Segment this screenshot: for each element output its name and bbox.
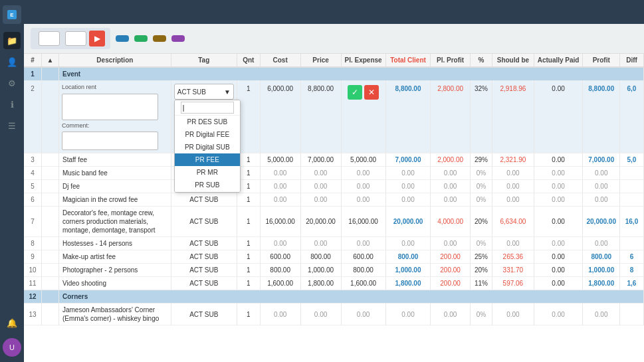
row-tag-cell[interactable]: ACT SUB ▼ PR DES SUB PR Digital FEE PR D…	[171, 81, 237, 153]
dropdown-item-prdes[interactable]: PR DES SUB	[175, 116, 240, 128]
table-row[interactable]: 6 Magician in the crowd fee ACT SUB 1 0.…	[24, 193, 644, 207]
row-flag	[41, 304, 58, 325]
row-profit: 0.00	[583, 180, 620, 193]
table-row[interactable]: 2 Location rent Comment: ACT SUB ▼	[24, 81, 644, 153]
row-num: 7	[24, 207, 41, 237]
row-pct: 29%	[470, 153, 492, 167]
row-diff	[619, 237, 643, 250]
row-should: 265.36	[492, 250, 534, 264]
row-diff	[619, 180, 643, 193]
new-row-button[interactable]	[134, 35, 148, 42]
table-row[interactable]: 11 Video shooting ACT SUB 1 1,600.00 1,8…	[24, 277, 644, 290]
table-row[interactable]: 3 Staff fee ACT SUB 1 5,000.00 7,000.00 …	[24, 153, 644, 167]
row-num: 13	[24, 304, 41, 325]
row-total: 0.00	[385, 180, 431, 193]
row-paid: 0.00	[534, 193, 583, 207]
confirm-button[interactable]: ✓	[348, 85, 362, 100]
tag-dropdown[interactable]: ACT SUB ▼ PR DES SUB PR Digital FEE PR D…	[174, 84, 234, 100]
svg-text:E: E	[10, 12, 14, 18]
row-price: 0.00	[300, 237, 341, 250]
row-qnt: 1	[237, 237, 260, 250]
table-row[interactable]: 12 Corners	[24, 290, 644, 304]
table-row[interactable]: 10 Photographer - 2 persons ACT SUB 1 80…	[24, 264, 644, 277]
row-profit: 0.00	[583, 193, 620, 207]
sidebar-icon-list[interactable]: ☰	[3, 117, 21, 134]
move-row-input1[interactable]	[39, 31, 60, 46]
toolbar: ▶	[24, 24, 644, 54]
row-cost: 0.00	[260, 167, 300, 180]
row-should: 0.00	[492, 180, 534, 193]
row-diff	[619, 193, 643, 207]
dropdown-item-prdigsub[interactable]: PR Digital SUB	[175, 141, 240, 153]
sidebar-icon-user[interactable]: 👤	[3, 53, 21, 70]
col-header-diff: Diff	[619, 54, 643, 67]
row-desc: Decorator's fee, montage crew, corners p…	[58, 207, 171, 237]
row-num: 12	[24, 290, 41, 304]
row-diff: 5,0	[619, 153, 643, 167]
row-plprofit: 0.00	[431, 167, 470, 180]
row-cost: 6,000.00	[260, 81, 300, 153]
move-row-input2[interactable]	[65, 31, 86, 46]
table-row[interactable]: 7 Decorator's fee, montage crew, corners…	[24, 207, 644, 237]
table-row[interactable]: 4 Music band fee ACT SUB 1 0.00 0.00 0.0…	[24, 167, 644, 180]
comment-input[interactable]	[62, 132, 158, 150]
row-desc: Hostesses - 14 persons	[58, 237, 171, 250]
row-plprofit: 0.00	[431, 304, 470, 325]
row-plprofit: 4,000.00	[431, 207, 470, 237]
col-header-sort[interactable]: ▲	[41, 54, 58, 67]
row-total: 1,000.00	[385, 264, 431, 277]
table-row[interactable]: 1 Event	[24, 67, 644, 81]
col-header-plexp: Pl. Expense	[341, 54, 385, 67]
sidebar-icon-info[interactable]: ℹ	[3, 96, 21, 113]
dropdown-item-more[interactable]: ...	[175, 191, 240, 193]
row-profit: 8,800.00	[583, 81, 620, 153]
dropdown-list: PR DES SUB PR Digital FEE PR Digital SUB…	[174, 100, 241, 193]
row-pct: 0%	[470, 167, 492, 180]
row-price: 0.00	[300, 193, 341, 207]
dropdown-item-prfee[interactable]: PR FEE	[175, 153, 240, 166]
row-num: 11	[24, 277, 41, 290]
row-cost: 0.00	[260, 193, 300, 207]
sidebar-icon-bell[interactable]: 🔔	[3, 314, 21, 331]
user-avatar[interactable]: U	[3, 338, 21, 357]
row-flag	[41, 277, 58, 290]
table-row[interactable]: 8 Hostesses - 14 persons ACT SUB 1 0.00 …	[24, 237, 644, 250]
brand-logo[interactable]: E	[3, 5, 21, 24]
table-row[interactable]: 5 Dj fee ACT SUB 1 0.00 0.00 0.00 0.00 0…	[24, 180, 644, 193]
sidebar-icon-settings[interactable]: ⚙	[3, 74, 21, 92]
dropdown-item-prdigfee[interactable]: PR Digital FEE	[175, 128, 240, 141]
sidebar: E 📁 👤 ⚙ ℹ ☰ 🔔 U	[0, 0, 24, 362]
cancel-button[interactable]: ✕	[364, 85, 379, 100]
new-label-button[interactable]	[116, 35, 129, 42]
sidebar-icon-folder[interactable]: 📁	[3, 32, 21, 49]
row-qnt: 1	[237, 277, 260, 290]
row-plexp: 800.00	[341, 264, 385, 277]
col-header-cost: Cost	[260, 54, 300, 67]
move-row-button[interactable]: ▶	[89, 31, 105, 46]
row-tag: ACT SUB	[171, 207, 237, 237]
row-price: 8,800.00	[300, 81, 341, 153]
table-row[interactable]: 9 Make-up artist fee ACT SUB 1 600.00 80…	[24, 250, 644, 264]
dropdown-item-prmr[interactable]: PR MR	[175, 166, 240, 179]
row-profit: 0.00	[583, 237, 620, 250]
row-profit: 0.00	[583, 167, 620, 180]
row-paid: 0.00	[534, 153, 583, 167]
row-paid: 0.00	[534, 81, 583, 153]
row-should: 0.00	[492, 167, 534, 180]
dropdown-search-input[interactable]	[181, 102, 234, 114]
row-pct: 0%	[470, 180, 492, 193]
table-row[interactable]: 13 Jameson Ambassadors' Corner (Emma's c…	[24, 304, 644, 325]
agency-fees-button[interactable]	[153, 35, 166, 42]
dropdown-item-prsub[interactable]: PR SUB	[175, 179, 240, 191]
pm-rows-button[interactable]	[171, 35, 185, 42]
row-desc: Staff fee	[58, 153, 171, 167]
row-paid: 0.00	[534, 237, 583, 250]
row-plexp[interactable]: ✓ ✕	[341, 81, 385, 153]
row-edit-desc[interactable]: Location rent Comment:	[58, 81, 171, 153]
row-price: 1,800.00	[300, 277, 341, 290]
table-body: 1 Event 2 Location rent Comment: ACT SUB…	[24, 67, 644, 325]
desc-textarea[interactable]	[62, 94, 158, 120]
row-desc: Music band fee	[58, 167, 171, 180]
row-cost: 0.00	[260, 304, 300, 325]
row-qnt: 1	[237, 207, 260, 237]
